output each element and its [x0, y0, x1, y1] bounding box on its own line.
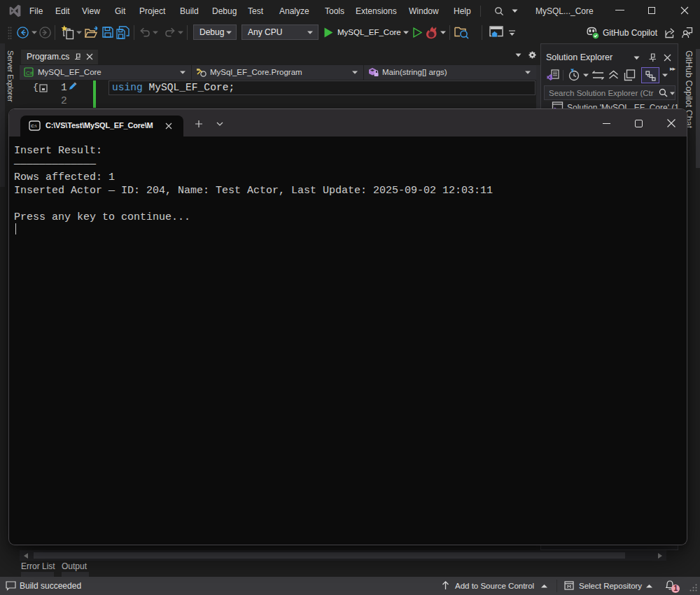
svg-text:C:\: C:\ [31, 124, 36, 128]
svg-text:C#: C# [26, 70, 34, 76]
